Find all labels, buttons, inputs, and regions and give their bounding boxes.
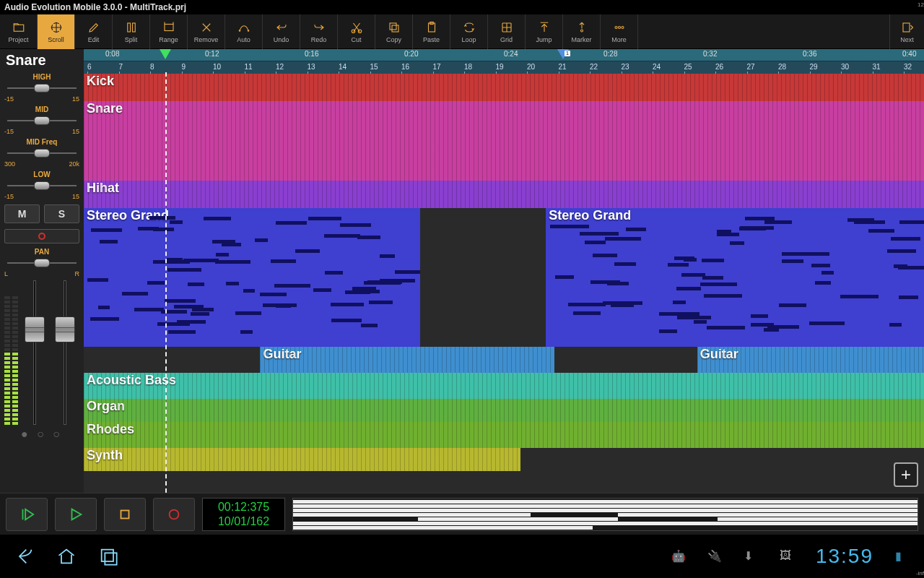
pan-slider[interactable] — [3, 257, 81, 269]
svg-rect-0 — [14, 25, 24, 31]
cut-button[interactable]: Cut — [338, 14, 375, 49]
battery-icon: ▮ — [895, 549, 910, 564]
page-dots[interactable]: ● ○ ○ — [3, 428, 81, 441]
undo-button[interactable]: Undo — [263, 14, 300, 49]
back-icon[interactable] — [14, 546, 35, 566]
fader-knob[interactable] — [25, 316, 45, 342]
clip[interactable]: Rhodes — [84, 422, 924, 448]
paste-button[interactable]: Paste — [413, 14, 450, 49]
clip[interactable]: Acoustic Bass — [84, 373, 924, 399]
svg-point-15 — [622, 27, 624, 29]
track-stereo-grand[interactable]: Stereo GrandStereo Grand — [84, 208, 924, 347]
clip[interactable]: Stereo Grand — [546, 208, 924, 347]
clip[interactable]: Hihat — [84, 181, 924, 208]
record-arm-button[interactable] — [4, 229, 79, 243]
play-from-start-button[interactable] — [6, 498, 48, 531]
edit-button[interactable]: Edit — [75, 14, 113, 49]
marker-icon — [575, 20, 589, 35]
vu-meter-left — [4, 280, 10, 425]
download-icon: ⬇ — [744, 549, 758, 564]
loop-start-marker[interactable] — [160, 49, 171, 59]
track-organ[interactable]: Organ — [84, 399, 924, 422]
svg-rect-1 — [127, 23, 130, 32]
clip[interactable]: Synth — [84, 448, 520, 471]
track-hihat[interactable]: Hihat — [84, 181, 924, 208]
volume-fader-2[interactable] — [51, 280, 80, 425]
folder-icon — [12, 20, 26, 35]
svg-point-18 — [170, 509, 179, 519]
remove-button[interactable]: Remove — [188, 14, 225, 49]
more-button[interactable]: More — [601, 14, 638, 49]
clip[interactable]: Stereo Grand — [84, 208, 420, 347]
pan-label: PAN — [3, 248, 81, 256]
add-track-button[interactable]: + — [894, 462, 918, 487]
project-button[interactable]: Project — [0, 14, 38, 49]
grid-button[interactable]: Grid — [488, 14, 526, 49]
playhead[interactable] — [165, 72, 167, 493]
clip[interactable]: Organ — [84, 399, 924, 422]
mute-button[interactable]: M — [4, 204, 40, 223]
transport-bar: 00:12:375 10/01/162 — [0, 493, 924, 535]
track-snare[interactable]: Snare — [84, 101, 924, 181]
svg-rect-3 — [165, 25, 173, 31]
copy-button[interactable]: Copy — [375, 14, 413, 49]
grid-icon — [500, 20, 514, 35]
range-button[interactable]: Range — [150, 14, 188, 49]
fader-knob[interactable] — [55, 316, 75, 342]
split-button[interactable]: Split — [113, 14, 150, 49]
eq-low-slider[interactable] — [3, 180, 81, 191]
eq-midfreq-label: MID Freq — [3, 138, 81, 146]
clip[interactable]: Kick — [84, 74, 924, 101]
jump-icon — [537, 20, 552, 35]
eq-mid-slider[interactable] — [3, 115, 81, 126]
bar-ruler[interactable]: 6789101112131415161718192021222324252627… — [84, 61, 924, 74]
scroll-button[interactable]: Scroll — [38, 14, 75, 49]
track-rhodes[interactable]: Rhodes — [84, 422, 924, 448]
solo-button[interactable]: S — [44, 204, 79, 223]
auto-button[interactable]: Auto — [225, 14, 263, 49]
copy-icon — [387, 20, 401, 35]
clip[interactable]: Guitar — [260, 347, 554, 373]
play-button[interactable] — [55, 498, 97, 531]
home-icon[interactable] — [56, 546, 77, 566]
record-button[interactable] — [153, 498, 195, 531]
tracks-container[interactable]: KickSnareHihatStereo GrandStereo GrandGu… — [84, 74, 924, 493]
clip[interactable]: Guitar — [697, 347, 924, 373]
time-ruler[interactable]: 1 0:080:120:160:200:240:280:320:360:40 — [84, 49, 924, 61]
eq-midfreq-slider[interactable] — [3, 147, 81, 159]
track-kick[interactable]: Kick — [84, 74, 924, 101]
more-icon — [612, 20, 627, 35]
recent-apps-icon[interactable] — [98, 546, 118, 566]
window-titlebar: Audio Evolution Mobile 3.0.0 - MultiTrac… — [0, 0, 924, 14]
clip[interactable]: Snare — [84, 101, 924, 181]
time-display[interactable]: 00:12:375 10/01/162 — [202, 498, 285, 531]
eq-high-slider[interactable] — [3, 82, 81, 94]
eq-high-label: HIGH — [3, 73, 81, 81]
project-overview[interactable] — [292, 498, 918, 531]
jump-button[interactable]: Jump — [526, 14, 563, 49]
system-navbar: 🤖 🔌 ⬇ 🖼 13:59 ▮ — [0, 535, 924, 578]
paste-icon — [424, 20, 439, 35]
selected-track-name: Snare — [3, 51, 81, 70]
system-clock[interactable]: 13:59 — [816, 545, 873, 568]
android-icon: 🤖 — [671, 549, 686, 564]
vu-meter-right — [12, 280, 18, 425]
stop-button[interactable] — [104, 498, 146, 531]
loop-button[interactable]: Loop — [450, 14, 488, 49]
track-acoustic-bass[interactable]: Acoustic Bass — [84, 373, 924, 399]
redo-button[interactable]: Redo — [300, 14, 338, 49]
track-guitar[interactable]: GuitarGuitar — [84, 347, 924, 373]
loop-end-marker[interactable]: 1 — [557, 49, 569, 59]
svg-rect-17 — [121, 510, 129, 518]
volume-fader[interactable] — [20, 280, 49, 425]
marker-button[interactable]: Marker — [563, 14, 601, 49]
redo-icon — [312, 20, 326, 35]
svg-point-14 — [618, 27, 620, 29]
loop-icon — [462, 20, 476, 35]
scroll-icon — [49, 20, 64, 35]
track-synth[interactable]: Synth — [84, 448, 924, 471]
undo-icon — [274, 20, 289, 35]
channel-meters: 1260-6-12-24-inf — [4, 280, 79, 425]
split-icon — [124, 20, 139, 35]
track-inspector: Snare HIGH -1515 MID -1515 MID Freq 3002… — [0, 49, 84, 493]
